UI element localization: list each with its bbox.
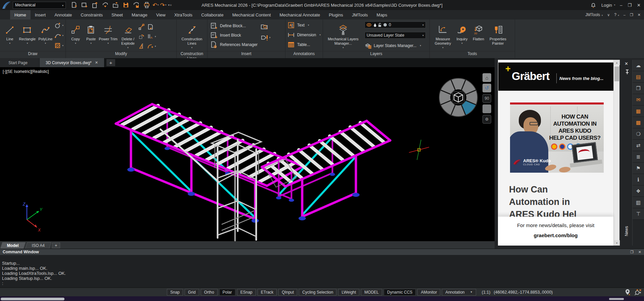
annotation-scale-dropdown[interactable]: Annotation▼	[442, 289, 476, 296]
scroll-down-icon[interactable]: ▼	[614, 240, 620, 246]
news-side-tab[interactable]: News	[624, 226, 629, 236]
tag-edit-icon[interactable]: ▾	[260, 34, 271, 42]
import-icon[interactable]	[90, 1, 99, 9]
doc-minimize-button[interactable]: –	[624, 13, 626, 17]
notification-bell-icon[interactable]: ⚑	[633, 163, 644, 174]
news-scrollbar[interactable]: ▲ ▼	[613, 60, 619, 246]
drawing-viewport[interactable]: [-][SE Isometric][Realistic] ⌂ ↺ 90	[0, 67, 495, 241]
ribbon-tab[interactable]: Constraints	[76, 10, 107, 19]
new-file-icon[interactable]	[69, 1, 78, 9]
file-compare-icon[interactable]: ⇄	[633, 140, 644, 151]
flatten-button[interactable]: 2D Flatten	[470, 21, 487, 51]
open-icon[interactable]	[111, 1, 120, 9]
close-button[interactable]: ✕	[637, 3, 641, 8]
pattern-button[interactable]: A▾	[147, 32, 156, 41]
rotate-button[interactable]	[138, 32, 145, 41]
resources-icon[interactable]: ▥	[633, 197, 644, 208]
article-title[interactable]: How CanAutomation inARES Kudo Hel	[509, 183, 577, 221]
table-button[interactable]: Table...	[287, 40, 321, 49]
redo-button[interactable]: ↷▾	[160, 2, 167, 8]
ribbon-tab[interactable]: Mechanical Annotate	[275, 10, 325, 19]
ribbon-tab[interactable]: Home	[10, 10, 31, 19]
new-document-tab-button[interactable]: +	[106, 59, 115, 66]
define-block-button[interactable]: A° Define Block...	[210, 22, 258, 30]
insert-block-button[interactable]: A° Insert Block	[210, 31, 258, 40]
dimension-button[interactable]: Dimension▾	[287, 31, 321, 39]
viewport-controls-label[interactable]: [-][SE Isometric][Realistic]	[3, 69, 49, 74]
power-trim-button[interactable]: Power Trim▾	[99, 21, 118, 51]
pin-news-panel-icon[interactable]	[625, 69, 630, 75]
blog-link[interactable]: graebert.com/blog	[498, 232, 613, 238]
ribbon-tab[interactable]: Insert	[31, 10, 50, 19]
customize-quick-access-icon[interactable]: ▾≡	[168, 3, 172, 7]
pin-panel-icon[interactable]: ⊤	[633, 208, 644, 220]
layout-tab[interactable]: ISO A4	[25, 242, 51, 249]
ribbon-tab[interactable]: XtraTools	[170, 10, 197, 19]
close-tab-icon[interactable]: ✕	[95, 60, 98, 65]
layer-settings-icon[interactable]: ≣	[633, 151, 644, 163]
layer-state-combo[interactable]: Unsaved Layer State▾	[365, 32, 426, 39]
polyline-button[interactable]: PolyLine▾	[37, 21, 54, 51]
news-article-image[interactable]: HOW CANAUTOMATION INARES KUDOHELP CAD US…	[510, 102, 604, 173]
cloud-download-icon[interactable]	[100, 1, 109, 9]
references-manager-button[interactable]: References Manager	[210, 40, 258, 49]
construction-lines-button[interactable]: Construction Lines▾	[179, 21, 205, 51]
ribbon-tab[interactable]: Manage	[127, 10, 152, 19]
add-layout-button[interactable]: +	[52, 243, 60, 248]
estimate-table-icon[interactable]: ▦	[633, 105, 644, 117]
wheel-settings-button[interactable]: ⚙	[482, 115, 491, 124]
status-toggle[interactable]: LWeight	[338, 289, 359, 296]
hatch-button[interactable]: ▾	[54, 42, 63, 49]
workspace-selector[interactable]: Mechanical▾	[13, 2, 66, 9]
scrollbar-thumb[interactable]	[614, 67, 619, 81]
taskbar-clock-area[interactable]	[609, 298, 624, 300]
status-toggle[interactable]: QInput	[278, 289, 297, 296]
ribbon-tab[interactable]: Maps	[372, 10, 392, 19]
feedback-icon[interactable]: ✉	[633, 94, 644, 105]
float-command-window-icon[interactable]: ❐	[630, 250, 634, 254]
document-tab[interactable]: 3D Conveyor Boxes.dwg* ✕	[40, 58, 104, 67]
layout-tab[interactable]: Model	[0, 242, 26, 249]
offset-entity-button[interactable]	[147, 22, 156, 31]
paste-button[interactable]: Paste▾	[83, 21, 99, 51]
print-icon[interactable]	[142, 1, 151, 9]
ribbon-tab[interactable]: View	[152, 10, 170, 19]
line-button[interactable]: Line▾	[2, 21, 18, 51]
notifications-bell-icon[interactable]	[590, 2, 597, 8]
command-history[interactable]: Startup...Loading main.lsp... OK.Loading…	[0, 255, 644, 286]
circle-button[interactable]: ▾	[54, 22, 63, 29]
block-library-icon[interactable]: ▩	[633, 117, 644, 128]
tool-sets-icon[interactable]: ❖	[633, 185, 644, 197]
status-toggle[interactable]: Cycling Selection	[299, 289, 336, 296]
status-toggle[interactable]: ESnap	[237, 289, 256, 296]
cloud-icon[interactable]: ☁	[633, 60, 644, 71]
properties-painter-button[interactable]: Properties Painter	[487, 21, 509, 51]
orbit-button[interactable]: ↺	[482, 84, 491, 92]
ccs-icon[interactable]: ✕	[634, 289, 641, 296]
copy-button[interactable]: Copy▾	[68, 21, 83, 51]
command-window-header[interactable]: Command Window ❐ ✕	[0, 249, 644, 255]
help-menu[interactable]: ? ▾	[614, 12, 619, 17]
block-search-icon[interactable]	[260, 22, 271, 30]
ribbon-tab[interactable]: Sheet	[107, 10, 127, 19]
ribbon-tab[interactable]: JMTools	[348, 10, 372, 19]
status-toggle[interactable]: Grid	[185, 289, 199, 296]
arc-button[interactable]: ▾	[54, 32, 63, 39]
minimize-button[interactable]: –	[620, 3, 622, 8]
doc-close-button[interactable]: ✕	[638, 13, 641, 17]
login-button[interactable]: Login▾	[601, 3, 615, 8]
comment-icon[interactable]: ❍	[633, 128, 644, 140]
delete-explode-button[interactable]: Delete / Explode▾	[118, 21, 138, 51]
move-button[interactable]	[138, 22, 145, 31]
open-folder-icon[interactable]: ❐	[633, 83, 644, 94]
mirror-button[interactable]	[138, 42, 145, 51]
inquiry-button[interactable]: Inquiry▾	[454, 21, 470, 51]
rectangle-button[interactable]: Rectangle▾	[18, 21, 37, 51]
status-toggle[interactable]: Polar	[219, 289, 235, 296]
news-icon[interactable]: ▤	[633, 71, 644, 83]
status-toggle[interactable]: Snap	[167, 289, 183, 296]
ribbon-tab[interactable]: Mechanical Content	[228, 10, 275, 19]
measure-geometry-button[interactable]: Measure Geometry▾	[432, 21, 454, 51]
text-button[interactable]: A Text▾	[287, 21, 321, 30]
undo-button[interactable]: ↶▾	[152, 2, 159, 8]
